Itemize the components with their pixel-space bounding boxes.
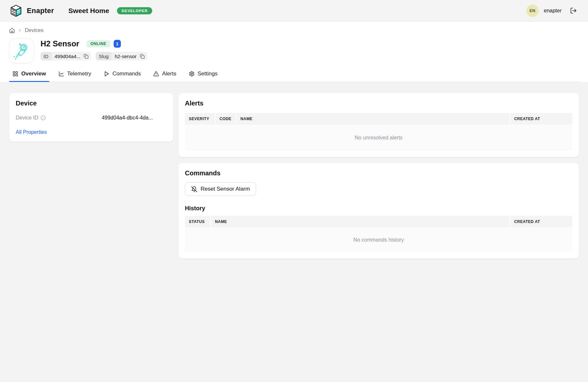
column-created-at: CREATED AT <box>510 216 572 228</box>
copy-icon <box>140 54 145 59</box>
alerts-empty-state: No unresolved alerts <box>185 125 572 151</box>
tab-telemetry-label: Telemetry <box>67 71 91 77</box>
reset-sensor-alarm-label: Reset Sensor Alarm <box>201 186 250 192</box>
device-slug-pill: Slug h2-sensor <box>96 52 147 60</box>
device-id-label: Device ID <box>16 115 38 121</box>
developer-badge: DEVELOPER <box>117 7 152 14</box>
breadcrumb-devices[interactable]: Devices <box>25 27 43 33</box>
device-title: H2 Sensor <box>41 39 79 48</box>
alerts-card-title: Alerts <box>185 100 572 107</box>
device-slug-pill-label: Slug <box>96 52 111 60</box>
chart-line-icon <box>58 71 64 77</box>
all-properties-link[interactable]: All Properties <box>16 129 47 135</box>
gear-icon <box>189 71 195 77</box>
user-avatar[interactable]: EN <box>526 5 539 17</box>
device-tabs: Overview Telemetry Commands <box>9 69 579 82</box>
tab-alerts[interactable]: Alerts <box>150 69 179 82</box>
alerts-card: Alerts SEVERITY CODE NAME CREATED AT No … <box>178 93 579 157</box>
history-empty-state: No commands history <box>185 228 572 252</box>
warning-triangle-icon <box>153 71 159 77</box>
tab-settings[interactable]: Settings <box>186 69 221 82</box>
history-table: STATUS NAME CREATED AT No commands histo… <box>185 216 572 252</box>
topbar: Enapter Sweet Home DEVELOPER EN enapter <box>0 0 588 22</box>
online-status-badge: ONLINE <box>87 40 110 47</box>
device-meta-pills: ID 499d04a4... Slug h2-sensor <box>41 52 147 60</box>
device-avatar <box>9 39 34 63</box>
device-slug-pill-value: h2-sensor <box>111 54 140 59</box>
logout-icon <box>570 7 577 14</box>
column-name: NAME <box>237 113 510 125</box>
tab-settings-label: Settings <box>198 71 218 77</box>
column-name: NAME <box>211 216 510 228</box>
info-icon[interactable] <box>41 115 46 120</box>
home-icon[interactable] <box>9 27 15 33</box>
chevron-right-icon <box>18 28 22 33</box>
grid-icon <box>12 71 18 77</box>
commands-card-title: Commands <box>185 169 572 177</box>
tab-telemetry[interactable]: Telemetry <box>55 69 95 82</box>
device-id-pill: ID 499d04a4... <box>41 52 91 60</box>
device-card-title: Device <box>16 100 167 107</box>
copy-icon <box>84 54 89 59</box>
device-id-value: 499d04a4-dbc4-4da... <box>102 115 167 121</box>
logout-button[interactable] <box>569 6 578 15</box>
tab-commands-label: Commands <box>112 71 141 77</box>
column-created-at: CREATED AT <box>510 113 572 125</box>
breadcrumb: Devices <box>9 22 579 33</box>
column-code: CODE <box>216 113 236 125</box>
device-id-row: Device ID 499d04a4-dbc4-4da... <box>16 115 167 121</box>
brand[interactable]: Enapter <box>10 5 54 17</box>
device-header: H2 Sensor ONLINE 1 ID 499d04a4... <box>9 39 579 63</box>
bell-off-icon <box>191 186 197 192</box>
device-header-band: Devices <box>0 22 588 82</box>
device-card: Device Device ID 499d04a4-dbc4-4da... Al… <box>9 93 173 142</box>
reset-sensor-alarm-button[interactable]: Reset Sensor Alarm <box>185 182 256 196</box>
history-title: History <box>185 205 572 212</box>
alerts-table: SEVERITY CODE NAME CREATED AT No unresol… <box>185 113 572 151</box>
alert-count-badge[interactable]: 1 <box>114 40 121 48</box>
history-table-header: STATUS NAME CREATED AT <box>185 216 572 228</box>
alerts-table-header: SEVERITY CODE NAME CREATED AT <box>185 113 572 125</box>
enapter-logo-icon <box>10 5 22 17</box>
username[interactable]: enapter <box>544 8 562 14</box>
copy-slug-button[interactable] <box>140 52 147 60</box>
topbar-user-area: EN enapter <box>526 5 578 17</box>
tab-alerts-label: Alerts <box>162 71 176 77</box>
tab-overview[interactable]: Overview <box>9 69 49 82</box>
tab-commands[interactable]: Commands <box>100 69 144 82</box>
play-icon <box>104 71 109 77</box>
overview-content: Device Device ID 499d04a4-dbc4-4da... Al… <box>0 82 588 259</box>
column-status: STATUS <box>185 216 210 228</box>
commands-card: Commands Reset Sensor Alarm History STAT… <box>178 163 579 259</box>
device-id-pill-value: 499d04a4... <box>51 54 84 59</box>
column-severity: SEVERITY <box>185 113 215 125</box>
copy-device-id-button[interactable] <box>84 52 91 60</box>
device-gauge-icon <box>12 41 31 60</box>
brand-name: Enapter <box>27 7 54 15</box>
tab-overview-label: Overview <box>21 71 46 77</box>
workspace-name[interactable]: Sweet Home <box>68 7 109 15</box>
device-id-pill-label: ID <box>41 52 51 60</box>
